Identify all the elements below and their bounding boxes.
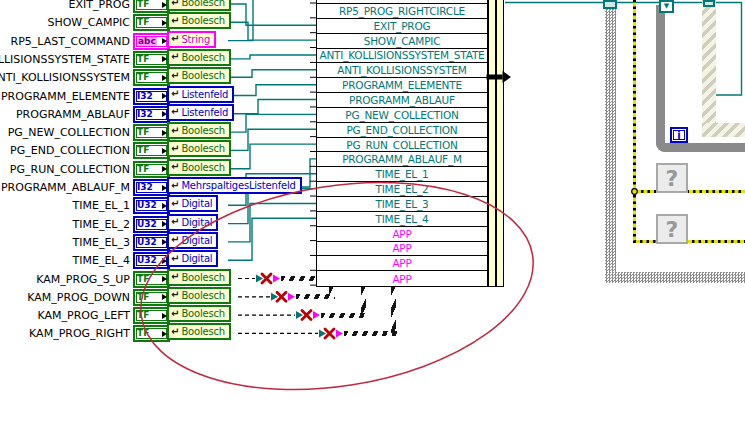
control-terminal[interactable]: TF	[133, 124, 170, 141]
control-label: KAM_PROG_RIGHT	[0, 327, 130, 340]
refnum-icon: ↵	[171, 34, 179, 44]
dithered-structure-border-left[interactable]	[605, 0, 616, 283]
bundle-row[interactable]: TIME_EL_4	[317, 212, 487, 227]
refnum-label: Boolesch	[181, 52, 224, 63]
refnum-label: MehrspaltigesListenfeld	[181, 180, 295, 191]
bundle-row[interactable]: PROGRAMM_ABLAUF_M	[317, 152, 487, 167]
control-terminal[interactable]: TF	[133, 271, 170, 288]
bundle-row[interactable]: APP	[317, 256, 487, 271]
control-terminal[interactable]: TF	[133, 69, 170, 86]
terminal-type-text: U32	[137, 220, 157, 229]
bundle-row[interactable]: TIME_EL_3	[317, 197, 487, 212]
control-terminal[interactable]: TF	[133, 325, 170, 342]
refnum-box[interactable]: ↵ Digital	[167, 250, 218, 267]
bundle-row[interactable]: PG_END_COLLECTION	[317, 123, 487, 138]
control-terminal[interactable]: I32	[133, 179, 170, 196]
case-structure-border-left[interactable]	[702, 0, 716, 137]
control-terminal[interactable]: abc	[133, 33, 170, 50]
bundle-cluster-strip	[488, 0, 496, 287]
missing-vi-icon[interactable]: ?	[656, 214, 688, 244]
terminal-type-text: TF	[137, 55, 149, 64]
terminal-type-text: abc	[137, 37, 157, 46]
bundle-row[interactable]: APP	[317, 271, 487, 286]
refnum-box[interactable]: ↵ Boolesch	[167, 12, 231, 29]
control-terminal[interactable]: U32	[133, 234, 170, 251]
refnum-icon: ↵	[171, 309, 179, 319]
bundle-row[interactable]: PG_NEW_COLLECTION	[317, 108, 487, 123]
loop-iteration-terminal[interactable]: i	[670, 127, 688, 143]
control-terminal[interactable]: I32	[133, 88, 170, 105]
missing-vi-icon[interactable]: ?	[656, 163, 688, 193]
bundle-row[interactable]: TIME_EL_2	[317, 182, 487, 197]
bundle-row[interactable]: ANTI_KOLLISIONSSYSTEM_STATE	[317, 49, 487, 64]
bundle-row[interactable]: TIME_EL_1	[317, 167, 487, 182]
control-terminal[interactable]: TF	[133, 0, 170, 13]
control-terminal[interactable]: U32	[133, 216, 170, 233]
bundle-row[interactable]: PG_RUN_COLLECTION	[317, 138, 487, 153]
refnum-icon: ↵	[171, 71, 179, 81]
tunnel[interactable]	[703, 0, 715, 7]
refnum-icon: ↵	[171, 327, 179, 337]
shift-register[interactable]: ▼	[659, 0, 674, 13]
control-label: LLISIONSSYSTEM_STATE	[0, 53, 130, 66]
control-terminal[interactable]: TF	[133, 307, 170, 324]
refnum-box[interactable]: ↵ Boolesch	[167, 305, 231, 322]
bundle-row[interactable]: SHOW_CAMPIC	[317, 34, 487, 49]
refnum-box[interactable]: ↵ Digital	[167, 232, 218, 249]
refnum-box[interactable]: ↵ Listenfeld	[167, 86, 234, 103]
refnum-box[interactable]: ↵ Boolesch	[167, 122, 231, 139]
tunnel[interactable]	[603, 0, 617, 9]
refnum-box[interactable]: ↵ Boolesch	[167, 0, 231, 11]
control-row: KAM_PROG_RIGHT TF ↵ Boolesch	[0, 325, 320, 343]
control-terminal[interactable]: TF	[133, 161, 170, 178]
control-row: RP5_LAST_COMMAND abc ↵ String	[0, 33, 320, 51]
control-label: TIME_EL_4	[0, 254, 130, 267]
terminal-type-text: TF	[137, 329, 149, 338]
control-terminal[interactable]: TF	[133, 51, 170, 68]
control-label: PG_END_COLLECTION	[0, 144, 130, 157]
control-label: TIME_EL_1	[0, 199, 130, 212]
bundle-row[interactable]: EXIT_PROG	[317, 19, 487, 34]
control-label: NTI_KOLLISIONSSYSTEM	[0, 71, 130, 84]
control-terminal[interactable]: U32	[133, 252, 170, 269]
refnum-box[interactable]: ↵ MehrspaltigesListenfeld	[167, 177, 302, 194]
refnum-box[interactable]: ↵ Boolesch	[167, 49, 231, 66]
refnum-box[interactable]: ↵ Digital	[167, 195, 218, 212]
terminal-type-text: TF	[137, 146, 149, 155]
control-terminal[interactable]: TF	[133, 14, 170, 31]
control-row: SHOW_CAMPIC TF ↵ Boolesch	[0, 14, 320, 32]
refnum-label: Boolesch	[181, 162, 224, 173]
control-terminal[interactable]: I32	[133, 106, 170, 123]
control-label: PG_NEW_COLLECTION	[0, 126, 130, 139]
case-structure-border-bottom[interactable]	[702, 123, 745, 137]
refnum-box[interactable]: ↵ Boolesch	[167, 323, 231, 340]
control-row: TIME_EL_1 U32 ↵ Digital	[0, 197, 320, 215]
bundle-row[interactable]: APP	[317, 227, 487, 242]
refnum-box[interactable]: ↵ Boolesch	[167, 159, 231, 176]
refnum-icon: ↵	[171, 16, 179, 26]
bundle-row[interactable]: PROGRAMM_ELEMENTE	[317, 78, 487, 93]
terminal-type-text: TF	[137, 0, 149, 9]
dithered-structure-border-bottom[interactable]	[605, 272, 745, 283]
refnum-box[interactable]: ↵ Boolesch	[167, 287, 231, 304]
bundle-row[interactable]: ANTI_KOLLISIONSSYSTEM	[317, 63, 487, 78]
refnum-label: Boolesch	[181, 290, 224, 301]
refnum-label: Digital	[181, 198, 212, 209]
refnum-box[interactable]: ↵ Listenfeld	[167, 104, 234, 121]
wire-junction-dot	[632, 189, 638, 195]
refnum-icon: ↵	[171, 107, 179, 117]
refnum-box[interactable]: ↵ String	[167, 31, 216, 48]
refnum-box[interactable]: ↵ Boolesch	[167, 67, 231, 84]
labview-block-diagram: ▼ i ? ? RP5_PROG_RIGHTCIRCLEEXIT_PROGSHO…	[0, 0, 745, 445]
bundle-by-name-node[interactable]: RP5_PROG_RIGHTCIRCLEEXIT_PROGSHOW_CAMPIC…	[316, 0, 488, 287]
control-terminal[interactable]: TF	[133, 142, 170, 159]
refnum-box[interactable]: ↵ Digital	[167, 214, 218, 231]
bundle-row[interactable]: PROGRAMM_ABLAUF	[317, 93, 487, 108]
control-label: PROGRAMM_ABLAUF_M	[0, 181, 130, 194]
refnum-box[interactable]: ↵ Boolesch	[167, 269, 231, 286]
bundle-row[interactable]: RP5_PROG_RIGHTCIRCLE	[317, 4, 487, 19]
control-terminal[interactable]: TF	[133, 289, 170, 306]
bundle-row[interactable]: APP	[317, 242, 487, 257]
control-terminal[interactable]: U32	[133, 197, 170, 214]
refnum-box[interactable]: ↵ Boolesch	[167, 140, 231, 157]
